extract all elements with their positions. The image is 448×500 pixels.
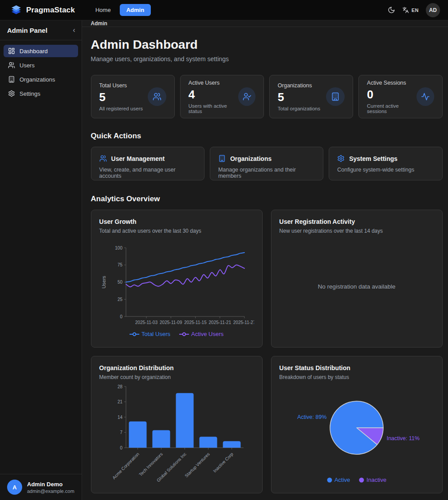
stat-card-active-sessions: Active Sessions 0 Current active session…: [358, 75, 442, 118]
stat-description: Total organizations: [278, 106, 320, 111]
chart-title: User Status Distribution: [279, 364, 434, 371]
sidebar-collapse-button[interactable]: ‹: [73, 27, 75, 34]
svg-text:7: 7: [120, 430, 122, 435]
svg-text:28: 28: [117, 384, 122, 389]
user-avatar[interactable]: AD: [426, 3, 440, 17]
svg-text:Inactive: 11%: Inactive: 11%: [386, 435, 419, 441]
stat-label: Active Sessions: [367, 80, 417, 86]
chart-title: Organization Distribution: [99, 364, 254, 371]
sidebar-item-label: Settings: [20, 90, 40, 97]
sidebar-item-users[interactable]: Users: [4, 59, 78, 71]
gear-icon: [8, 90, 15, 97]
svg-text:Tech Innovators: Tech Innovators: [138, 452, 164, 477]
chart-title: User Registration Activity: [279, 218, 434, 225]
organization-distribution-card: Organization Distribution Member count b…: [91, 356, 263, 493]
admin-sidebar: Admin Panel ‹ Dashboard Users: [0, 20, 82, 500]
page-subtitle: Manage users, organizations, and system …: [91, 55, 443, 62]
organization-distribution-chart: 07142128Acme CorporationTech InnovatorsG…: [99, 383, 254, 482]
sidebar-user-profile[interactable]: A Admin Demo admin@example.com: [0, 474, 82, 500]
analytics-heading: Analytics Overview: [91, 195, 443, 203]
users-icon: [148, 87, 166, 106]
building-icon: [218, 155, 226, 162]
legend-item-active: Active: [327, 477, 350, 483]
stat-label: Total Users: [99, 82, 143, 89]
bar-startup-ventures: [199, 437, 217, 448]
quick-action-user-management[interactable]: User Management View, create, and manage…: [91, 147, 204, 180]
theme-toggle-button[interactable]: [388, 6, 395, 14]
nav-link-admin[interactable]: Admin: [120, 4, 151, 16]
stat-description: Current active sessions: [367, 103, 417, 114]
bar-global-solutions-inc: [176, 393, 193, 448]
top-navbar: PragmaStack Home Admin EN AD: [0, 0, 448, 20]
sidebar-title: Admin Panel: [7, 27, 47, 34]
chart-title: User Growth: [99, 218, 254, 225]
pie-slice-active: [330, 401, 383, 454]
svg-text:Users: Users: [101, 276, 106, 289]
languages-icon: [402, 7, 409, 13]
user-growth-legend: Total UsersActive Users: [130, 331, 224, 337]
activity-icon: [417, 87, 434, 106]
svg-text:75: 75: [117, 262, 122, 267]
quick-action-title: Organizations: [230, 155, 271, 162]
admin-app: PragmaStack Home Admin EN AD: [0, 0, 448, 500]
user-check-icon: [238, 87, 255, 106]
stat-card-total-users: Total Users 5 All registered users: [91, 75, 175, 118]
sidebar-item-settings[interactable]: Settings: [4, 87, 78, 100]
bar-acme-corporation: [129, 422, 146, 448]
breadcrumb[interactable]: Admin: [91, 20, 107, 27]
sidebar-item-label: Users: [20, 62, 35, 69]
sidebar-nav: Dashboard Users Organizations: [0, 40, 82, 474]
bar-inactive-corp: [223, 441, 240, 448]
nav-link-home[interactable]: Home: [91, 4, 115, 16]
chart-subtitle: New user registrations over the last 14 …: [279, 228, 434, 234]
svg-text:0: 0: [120, 314, 122, 319]
svg-text:Inactive Corp: Inactive Corp: [212, 451, 234, 473]
svg-text:2025-11-15: 2025-11-15: [184, 320, 207, 325]
chart-subtitle: Member count by organization: [99, 374, 254, 380]
stat-description: All registered users: [99, 106, 143, 111]
sidebar-item-organizations[interactable]: Organizations: [4, 73, 78, 86]
layers-logo-icon: [11, 4, 22, 16]
gear-icon: [337, 155, 345, 162]
main-nav: Home Admin: [91, 4, 151, 16]
series-active-users: [126, 265, 244, 287]
svg-text:14: 14: [117, 415, 122, 420]
stat-description: Users with active status: [189, 103, 238, 114]
svg-text:2025-11-03: 2025-11-03: [135, 320, 157, 325]
bar-tech-innovators: [152, 430, 170, 448]
legend-item-active-users: Active Users: [179, 331, 224, 337]
brand[interactable]: PragmaStack: [11, 4, 75, 16]
quick-action-title: User Management: [111, 155, 165, 162]
svg-text:100: 100: [115, 246, 122, 250]
user-status-card: User Status Distribution Breakdown of us…: [271, 356, 443, 493]
svg-text:25: 25: [117, 297, 122, 302]
stat-label: Organizations: [278, 82, 320, 89]
svg-text:0: 0: [120, 445, 122, 450]
user-growth-card: User Growth Total and active users over …: [91, 210, 263, 348]
user-name: Admin Demo: [27, 481, 75, 488]
moon-icon: [388, 6, 395, 14]
stat-card-active-users: Active Users 4 Users with active status: [180, 75, 264, 118]
stat-value: 5: [278, 90, 320, 104]
stat-value: 5: [99, 90, 143, 104]
chart-subtitle: Breakdown of users by status: [279, 374, 434, 380]
language-button[interactable]: EN: [402, 7, 419, 13]
quick-actions-heading: Quick Actions: [91, 132, 443, 141]
legend-item-total-users: Total Users: [130, 331, 170, 337]
quick-action-description: Configure system-wide settings: [337, 167, 434, 173]
sidebar-item-dashboard[interactable]: Dashboard: [4, 45, 78, 57]
svg-text:Startup Ventures: Startup Ventures: [184, 452, 210, 478]
charts-grid: User Growth Total and active users over …: [91, 210, 443, 493]
empty-state-message: No registration data available: [318, 283, 396, 290]
quick-action-organizations[interactable]: Organizations Manage organizations and t…: [210, 147, 323, 180]
svg-text:21: 21: [117, 399, 122, 404]
users-icon: [99, 155, 107, 162]
quick-action-description: Manage organizations and their members: [218, 167, 315, 179]
svg-text:Active: 89%: Active: 89%: [297, 414, 326, 420]
brand-name: PragmaStack: [26, 6, 75, 15]
quick-action-system-settings[interactable]: System Settings Configure system-wide se…: [329, 147, 442, 180]
user-initial-avatar: A: [7, 480, 22, 495]
stats-row: Total Users 5 All registered users Activ…: [91, 75, 443, 118]
svg-text:2025-11-21: 2025-11-21: [208, 320, 231, 325]
sidebar-item-label: Dashboard: [20, 48, 48, 55]
